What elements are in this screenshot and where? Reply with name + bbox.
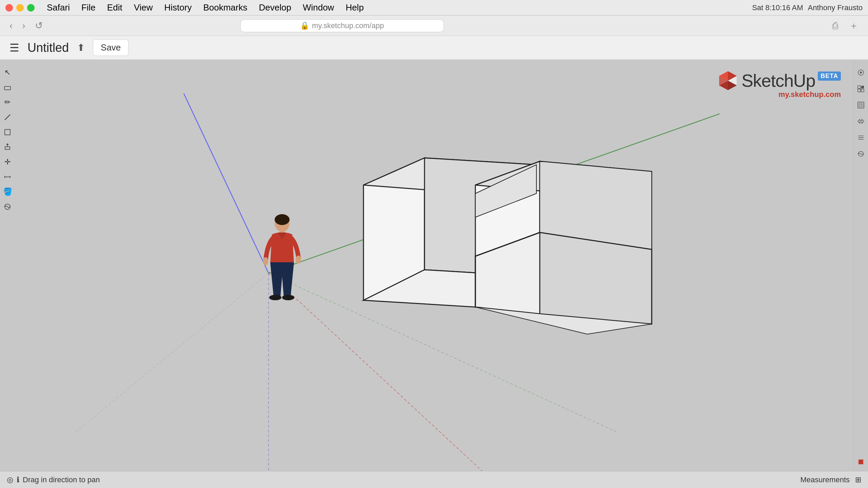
sketchup-icon xyxy=(717,70,739,92)
logo-brand-text: SketchUp xyxy=(742,70,815,91)
status-bar: ◎ ℹ Drag in direction to pan Measurement… xyxy=(0,471,868,488)
menu-hamburger-button[interactable]: ☰ xyxy=(7,39,22,57)
save-button[interactable]: Save xyxy=(93,39,129,56)
right-tool-6[interactable] xyxy=(855,148,867,160)
menu-bar: Safari File Edit View History Bookmarks … xyxy=(0,0,868,16)
svg-point-12 xyxy=(269,295,281,300)
svg-point-8 xyxy=(275,214,290,225)
menu-window[interactable]: Window xyxy=(300,1,337,14)
right-tool-2[interactable] xyxy=(855,83,867,95)
share-button[interactable]: ⬆ xyxy=(74,39,87,56)
menubar-right: Sat 8:10:16 AM Anthony Frausto xyxy=(752,3,863,12)
svg-line-36 xyxy=(5,115,10,120)
svg-rect-38 xyxy=(5,147,10,149)
right-tool-4[interactable] xyxy=(855,115,867,127)
orbit-tool-button[interactable] xyxy=(1,201,14,213)
minimize-button[interactable] xyxy=(16,4,24,12)
svg-point-46 xyxy=(860,72,862,74)
svg-point-11 xyxy=(296,256,301,264)
url-display: my.sketchup.com/app xyxy=(312,21,384,30)
lock-icon: 🔒 xyxy=(300,21,309,30)
select-tool-button[interactable]: ↖ xyxy=(1,66,14,79)
menu-file[interactable]: File xyxy=(79,1,98,14)
scene-viewport[interactable] xyxy=(0,60,868,471)
app-toolbar: ☰ Untitled ⬆ Save xyxy=(0,36,868,60)
menu-history[interactable]: History xyxy=(162,1,195,14)
safari-toolbar: ‹ › ↺ 🔒 my.sketchup.com/app ⎙ ＋ xyxy=(0,16,868,36)
window-controls xyxy=(5,4,35,12)
info-icon: ℹ xyxy=(17,475,19,484)
logo-subtitle-domain: sketchup.com xyxy=(791,90,841,99)
menu-help[interactable]: Help xyxy=(343,1,366,14)
forward-button[interactable]: › xyxy=(19,19,28,33)
svg-rect-35 xyxy=(4,86,11,90)
close-button[interactable] xyxy=(5,4,13,12)
svg-rect-49 xyxy=(858,89,861,92)
svg-point-10 xyxy=(263,257,268,265)
time-display: Sat 8:10:16 AM xyxy=(752,3,803,12)
sketchup-logo: SketchUp BETA my.sketchup.com xyxy=(717,70,841,99)
measurements-expand-icon[interactable]: ⊞ xyxy=(855,475,861,484)
left-toolbar: ↖ ✏ ✛ 🪣 xyxy=(0,60,15,471)
right-tool-5[interactable] xyxy=(855,131,867,144)
svg-rect-48 xyxy=(861,86,864,88)
compass-icon: ◎ xyxy=(7,475,13,484)
reload-button[interactable]: ↺ xyxy=(32,19,45,33)
paint-tool-button[interactable]: 🪣 xyxy=(1,186,14,198)
back-button[interactable]: ‹ xyxy=(7,19,15,33)
svg-point-13 xyxy=(282,295,294,300)
menu-view[interactable]: View xyxy=(131,1,156,14)
menu-edit[interactable]: Edit xyxy=(104,1,125,14)
address-bar[interactable]: 🔒 my.sketchup.com/app xyxy=(240,19,444,32)
document-title: Untitled xyxy=(27,41,69,55)
svg-rect-47 xyxy=(858,86,861,88)
right-tool-3[interactable] xyxy=(855,99,867,111)
measurements-label: Measurements xyxy=(800,475,850,484)
menu-bookmarks[interactable]: Bookmarks xyxy=(200,1,250,14)
new-tab-button[interactable]: ＋ xyxy=(846,18,861,34)
svg-rect-37 xyxy=(5,129,10,135)
push-pull-tool-button[interactable] xyxy=(1,141,14,153)
tape-measure-tool-button[interactable] xyxy=(1,171,14,183)
canvas-area[interactable]: SketchUp BETA my.sketchup.com xyxy=(0,60,868,471)
menu-develop[interactable]: Develop xyxy=(256,1,294,14)
right-panel xyxy=(853,60,868,471)
alert-indicator xyxy=(859,460,863,464)
status-message: Drag in direction to pan xyxy=(23,475,100,484)
menu-safari[interactable]: Safari xyxy=(44,1,73,14)
pencil-tool-button[interactable]: ✏ xyxy=(1,96,14,108)
safari-right-controls: ⎙ ＋ xyxy=(830,18,861,34)
beta-badge: BETA xyxy=(818,72,841,81)
svg-rect-50 xyxy=(861,89,864,92)
rectangle-tool-button[interactable] xyxy=(1,126,14,138)
logo-subtitle: my.sketchup.com xyxy=(778,90,841,99)
line-tool-button[interactable] xyxy=(1,111,14,123)
svg-marker-40 xyxy=(6,143,9,145)
user-display: Anthony Frausto xyxy=(808,3,863,12)
logo-subtitle-prefix: my. xyxy=(778,90,791,99)
svg-rect-51 xyxy=(858,102,864,108)
right-tool-1[interactable] xyxy=(855,66,867,79)
eraser-tool-button[interactable] xyxy=(1,81,14,94)
share-safari-button[interactable]: ⎙ xyxy=(830,19,841,33)
maximize-button[interactable] xyxy=(27,4,35,12)
move-tool-button[interactable]: ✛ xyxy=(1,156,14,168)
